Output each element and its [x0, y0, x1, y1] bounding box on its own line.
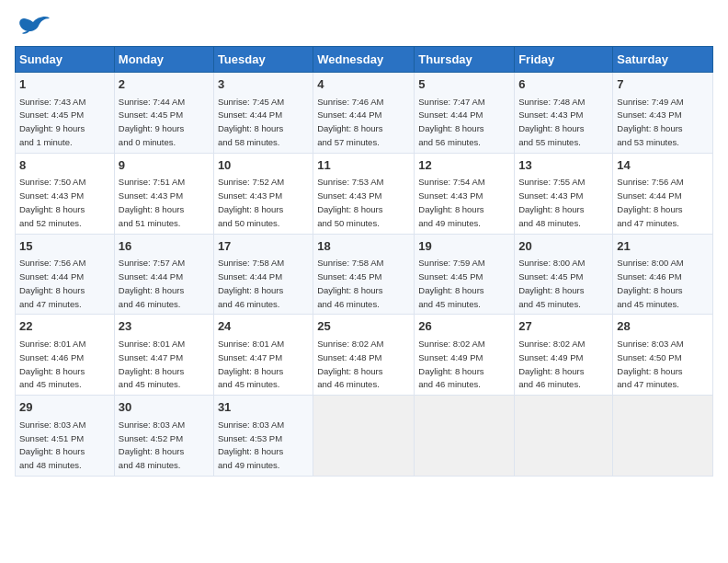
day-info: Sunrise: 7:55 AMSunset: 4:43 PMDaylight:…	[518, 177, 585, 227]
day-number: 14	[617, 157, 709, 174]
day-info: Sunrise: 7:57 AMSunset: 4:44 PMDaylight:…	[119, 258, 185, 308]
calendar-cell: 22Sunrise: 8:01 AMSunset: 4:46 PMDayligh…	[16, 315, 115, 396]
calendar-cell: 2Sunrise: 7:44 AMSunset: 4:45 PMDaylight…	[114, 73, 213, 154]
day-number: 21	[617, 238, 709, 255]
day-number: 24	[218, 318, 309, 335]
calendar-cell: 23Sunrise: 8:01 AMSunset: 4:47 PMDayligh…	[114, 315, 213, 396]
day-info: Sunrise: 7:58 AMSunset: 4:44 PMDaylight:…	[218, 258, 284, 308]
calendar-week-3: 15Sunrise: 7:56 AMSunset: 4:44 PMDayligh…	[16, 234, 713, 315]
calendar-cell: 20Sunrise: 8:00 AMSunset: 4:45 PMDayligh…	[515, 234, 613, 315]
calendar-cell: 1Sunrise: 7:43 AMSunset: 4:45 PMDaylight…	[16, 73, 115, 154]
day-number: 3	[218, 76, 309, 93]
calendar-cell: 24Sunrise: 8:01 AMSunset: 4:47 PMDayligh…	[213, 315, 313, 396]
day-info: Sunrise: 8:01 AMSunset: 4:46 PMDaylight:…	[19, 339, 85, 389]
day-number: 17	[218, 238, 309, 255]
page-container: SundayMondayTuesdayWednesdayThursdayFrid…	[0, 0, 728, 484]
day-number: 15	[19, 238, 110, 255]
logo	[15, 15, 50, 35]
calendar-cell: 11Sunrise: 7:53 AMSunset: 4:43 PMDayligh…	[313, 153, 415, 234]
calendar-body: 1Sunrise: 7:43 AMSunset: 4:45 PMDaylight…	[16, 73, 713, 477]
weekday-header-saturday: Saturday	[613, 47, 713, 73]
calendar-cell: 10Sunrise: 7:52 AMSunset: 4:43 PMDayligh…	[213, 153, 313, 234]
calendar-cell: 3Sunrise: 7:45 AMSunset: 4:44 PMDaylight…	[213, 73, 313, 154]
day-number: 7	[617, 76, 709, 93]
day-info: Sunrise: 7:46 AMSunset: 4:44 PMDaylight:…	[317, 97, 383, 147]
day-number: 5	[418, 76, 510, 93]
calendar-cell	[415, 396, 515, 477]
calendar-cell: 26Sunrise: 8:02 AMSunset: 4:49 PMDayligh…	[415, 315, 515, 396]
day-number: 6	[518, 76, 609, 93]
calendar-cell: 28Sunrise: 8:03 AMSunset: 4:50 PMDayligh…	[613, 315, 713, 396]
day-info: Sunrise: 8:03 AMSunset: 4:51 PMDaylight:…	[19, 419, 85, 470]
day-number: 31	[218, 399, 309, 416]
calendar-cell	[313, 396, 415, 477]
weekday-header-thursday: Thursday	[415, 47, 515, 73]
day-number: 4	[317, 76, 410, 93]
weekday-header-sunday: Sunday	[16, 47, 115, 73]
day-number: 13	[518, 157, 609, 174]
weekday-header-friday: Friday	[515, 47, 613, 73]
day-number: 30	[119, 399, 210, 416]
day-number: 29	[19, 399, 110, 416]
calendar-cell: 7Sunrise: 7:49 AMSunset: 4:43 PMDaylight…	[613, 73, 713, 154]
calendar-cell: 16Sunrise: 7:57 AMSunset: 4:44 PMDayligh…	[114, 234, 213, 315]
day-number: 25	[317, 318, 410, 335]
day-info: Sunrise: 7:59 AMSunset: 4:45 PMDaylight:…	[418, 258, 484, 308]
calendar-cell: 12Sunrise: 7:54 AMSunset: 4:43 PMDayligh…	[415, 153, 515, 234]
calendar-week-1: 1Sunrise: 7:43 AMSunset: 4:45 PMDaylight…	[16, 73, 713, 154]
calendar-cell: 9Sunrise: 7:51 AMSunset: 4:43 PMDaylight…	[114, 153, 213, 234]
day-info: Sunrise: 7:48 AMSunset: 4:43 PMDaylight:…	[518, 97, 585, 147]
header	[15, 15, 713, 35]
day-info: Sunrise: 7:56 AMSunset: 4:44 PMDaylight:…	[617, 177, 683, 227]
day-number: 9	[119, 157, 210, 174]
day-number: 22	[19, 318, 110, 335]
day-info: Sunrise: 8:02 AMSunset: 4:49 PMDaylight:…	[418, 339, 484, 389]
calendar-cell: 29Sunrise: 8:03 AMSunset: 4:51 PMDayligh…	[16, 396, 115, 477]
day-info: Sunrise: 7:50 AMSunset: 4:43 PMDaylight:…	[19, 177, 85, 227]
day-info: Sunrise: 7:47 AMSunset: 4:44 PMDaylight:…	[418, 97, 484, 147]
day-info: Sunrise: 7:58 AMSunset: 4:45 PMDaylight:…	[317, 258, 383, 308]
calendar-cell: 4Sunrise: 7:46 AMSunset: 4:44 PMDaylight…	[313, 73, 415, 154]
day-info: Sunrise: 7:45 AMSunset: 4:44 PMDaylight:…	[218, 97, 284, 147]
calendar-table: SundayMondayTuesdayWednesdayThursdayFrid…	[15, 46, 713, 477]
calendar-cell: 31Sunrise: 8:03 AMSunset: 4:53 PMDayligh…	[213, 396, 313, 477]
day-info: Sunrise: 8:01 AMSunset: 4:47 PMDaylight:…	[119, 339, 185, 389]
day-number: 2	[119, 76, 210, 93]
day-info: Sunrise: 8:02 AMSunset: 4:48 PMDaylight:…	[317, 339, 383, 389]
day-info: Sunrise: 7:43 AMSunset: 4:45 PMDaylight:…	[19, 97, 85, 147]
weekday-header-monday: Monday	[114, 47, 213, 73]
day-info: Sunrise: 7:52 AMSunset: 4:43 PMDaylight:…	[218, 177, 284, 227]
calendar-cell: 17Sunrise: 7:58 AMSunset: 4:44 PMDayligh…	[213, 234, 313, 315]
day-info: Sunrise: 7:53 AMSunset: 4:43 PMDaylight:…	[317, 177, 383, 227]
day-number: 12	[418, 157, 510, 174]
day-number: 10	[218, 157, 309, 174]
calendar-cell: 15Sunrise: 7:56 AMSunset: 4:44 PMDayligh…	[16, 234, 115, 315]
day-number: 26	[418, 318, 510, 335]
day-info: Sunrise: 8:03 AMSunset: 4:53 PMDaylight:…	[218, 419, 284, 470]
day-number: 28	[617, 318, 709, 335]
day-info: Sunrise: 7:49 AMSunset: 4:43 PMDaylight:…	[617, 97, 683, 147]
calendar-cell	[613, 396, 713, 477]
calendar-cell	[515, 396, 613, 477]
day-number: 1	[19, 76, 110, 93]
day-info: Sunrise: 7:44 AMSunset: 4:45 PMDaylight:…	[119, 97, 185, 147]
calendar-cell: 25Sunrise: 8:02 AMSunset: 4:48 PMDayligh…	[313, 315, 415, 396]
weekday-header-row: SundayMondayTuesdayWednesdayThursdayFrid…	[16, 47, 713, 73]
day-info: Sunrise: 8:00 AMSunset: 4:45 PMDaylight:…	[518, 258, 585, 308]
calendar-cell: 18Sunrise: 7:58 AMSunset: 4:45 PMDayligh…	[313, 234, 415, 315]
calendar-cell: 6Sunrise: 7:48 AMSunset: 4:43 PMDaylight…	[515, 73, 613, 154]
day-info: Sunrise: 7:51 AMSunset: 4:43 PMDaylight:…	[119, 177, 185, 227]
day-info: Sunrise: 8:00 AMSunset: 4:46 PMDaylight:…	[617, 258, 683, 308]
day-info: Sunrise: 7:56 AMSunset: 4:44 PMDaylight:…	[19, 258, 85, 308]
weekday-header-wednesday: Wednesday	[313, 47, 415, 73]
day-number: 8	[19, 157, 110, 174]
calendar-cell: 30Sunrise: 8:03 AMSunset: 4:52 PMDayligh…	[114, 396, 213, 477]
day-info: Sunrise: 8:03 AMSunset: 4:52 PMDaylight:…	[119, 419, 185, 470]
calendar-cell: 13Sunrise: 7:55 AMSunset: 4:43 PMDayligh…	[515, 153, 613, 234]
day-number: 11	[317, 157, 410, 174]
day-info: Sunrise: 8:03 AMSunset: 4:50 PMDaylight:…	[617, 339, 683, 389]
calendar-cell: 8Sunrise: 7:50 AMSunset: 4:43 PMDaylight…	[16, 153, 115, 234]
day-number: 23	[119, 318, 210, 335]
calendar-week-5: 29Sunrise: 8:03 AMSunset: 4:51 PMDayligh…	[16, 396, 713, 477]
calendar-header: SundayMondayTuesdayWednesdayThursdayFrid…	[16, 47, 713, 73]
